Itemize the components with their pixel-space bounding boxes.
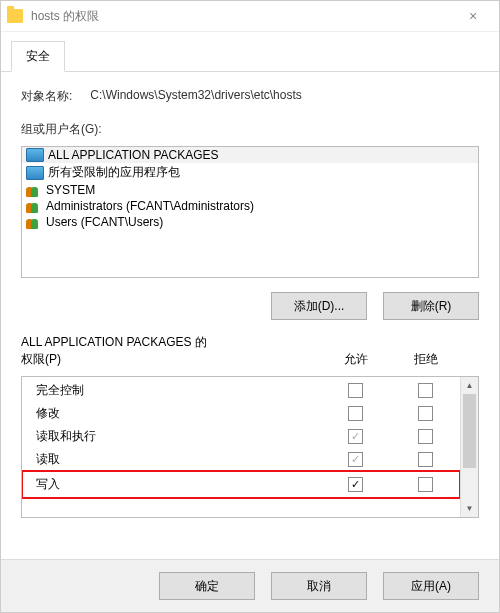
list-item-label: SYSTEM <box>46 183 95 197</box>
close-button[interactable]: × <box>453 8 493 24</box>
object-name-row: 对象名称: C:\Windows\System32\drivers\etc\ho… <box>21 88 479 105</box>
list-item[interactable]: Administrators (FCANT\Administrators) <box>22 198 478 214</box>
list-item[interactable]: SYSTEM <box>22 182 478 198</box>
perm-col-allow: 允许 <box>321 351 391 368</box>
ok-button[interactable]: 确定 <box>159 572 255 600</box>
groups-label: 组或用户名(G): <box>21 122 102 136</box>
group-buttons-row: 添加(D)... 删除(R) <box>21 292 479 320</box>
users-icon <box>26 216 42 229</box>
permission-label: 完全控制 <box>36 382 320 399</box>
deny-checkbox[interactable] <box>418 452 433 467</box>
remove-button[interactable]: 删除(R) <box>383 292 479 320</box>
dialog-footer: 确定 取消 应用(A) <box>1 559 499 612</box>
list-item[interactable]: ALL APPLICATION PACKAGES <box>22 147 478 163</box>
deny-checkbox[interactable] <box>418 429 433 444</box>
list-item[interactable]: Users (FCANT\Users) <box>22 214 478 230</box>
allow-checkbox[interactable] <box>348 383 363 398</box>
window-title: hosts 的权限 <box>31 8 453 25</box>
permission-label: 写入 <box>36 476 320 493</box>
permission-label: 修改 <box>36 405 320 422</box>
scroll-down-icon[interactable]: ▼ <box>461 500 478 517</box>
groups-section: 组或用户名(G): <box>21 121 479 138</box>
users-icon <box>26 184 42 197</box>
permission-header-title: ALL APPLICATION PACKAGES 的 权限(P) <box>21 334 321 368</box>
permission-row: 完全控制 <box>22 379 460 402</box>
title-bar: hosts 的权限 × <box>1 1 499 32</box>
permission-header: ALL APPLICATION PACKAGES 的 权限(P) 允许 拒绝 <box>21 334 479 368</box>
permissions-dialog: hosts 的权限 × 安全 对象名称: C:\Windows\System32… <box>0 0 500 613</box>
computer-icon <box>26 148 44 162</box>
scroll-up-icon[interactable]: ▲ <box>461 377 478 394</box>
list-item[interactable]: 所有受限制的应用程序包 <box>22 163 478 182</box>
apply-button[interactable]: 应用(A) <box>383 572 479 600</box>
permission-row: 写入 <box>22 471 460 498</box>
permission-row: 读取和执行 <box>22 425 460 448</box>
allow-checkbox[interactable] <box>348 477 363 492</box>
cancel-button[interactable]: 取消 <box>271 572 367 600</box>
permissions-listbox: 完全控制修改读取和执行读取写入 ▲ ▼ <box>21 376 479 518</box>
object-name-label: 对象名称: <box>21 88 72 105</box>
list-item-label: Users (FCANT\Users) <box>46 215 163 229</box>
deny-checkbox[interactable] <box>418 383 433 398</box>
tab-strip: 安全 <box>1 32 499 72</box>
list-item-label: 所有受限制的应用程序包 <box>48 164 180 181</box>
allow-checkbox[interactable] <box>348 429 363 444</box>
scroll-track[interactable] <box>461 394 478 500</box>
permission-row: 修改 <box>22 402 460 425</box>
perm-header-suffix: 权限(P) <box>21 352 61 366</box>
permission-row: 读取 <box>22 448 460 471</box>
perm-col-deny: 拒绝 <box>391 351 461 368</box>
allow-checkbox[interactable] <box>348 452 363 467</box>
list-item-label: Administrators (FCANT\Administrators) <box>46 199 254 213</box>
computer-icon <box>26 166 44 180</box>
object-name-value: C:\Windows\System32\drivers\etc\hosts <box>90 88 301 102</box>
deny-checkbox[interactable] <box>418 477 433 492</box>
permissions-list[interactable]: 完全控制修改读取和执行读取写入 <box>22 377 460 517</box>
list-item-label: ALL APPLICATION PACKAGES <box>48 148 219 162</box>
scroll-thumb[interactable] <box>463 394 476 468</box>
users-icon <box>26 200 42 213</box>
dialog-body: 对象名称: C:\Windows\System32\drivers\etc\ho… <box>1 72 499 559</box>
permission-label: 读取 <box>36 451 320 468</box>
groups-listbox[interactable]: ALL APPLICATION PACKAGES所有受限制的应用程序包SYSTE… <box>21 146 479 278</box>
scrollbar[interactable]: ▲ ▼ <box>460 377 478 517</box>
add-button[interactable]: 添加(D)... <box>271 292 367 320</box>
permission-label: 读取和执行 <box>36 428 320 445</box>
perm-header-prefix: ALL APPLICATION PACKAGES 的 <box>21 335 207 349</box>
tab-security[interactable]: 安全 <box>11 41 65 72</box>
folder-icon <box>7 9 23 23</box>
deny-checkbox[interactable] <box>418 406 433 421</box>
allow-checkbox[interactable] <box>348 406 363 421</box>
